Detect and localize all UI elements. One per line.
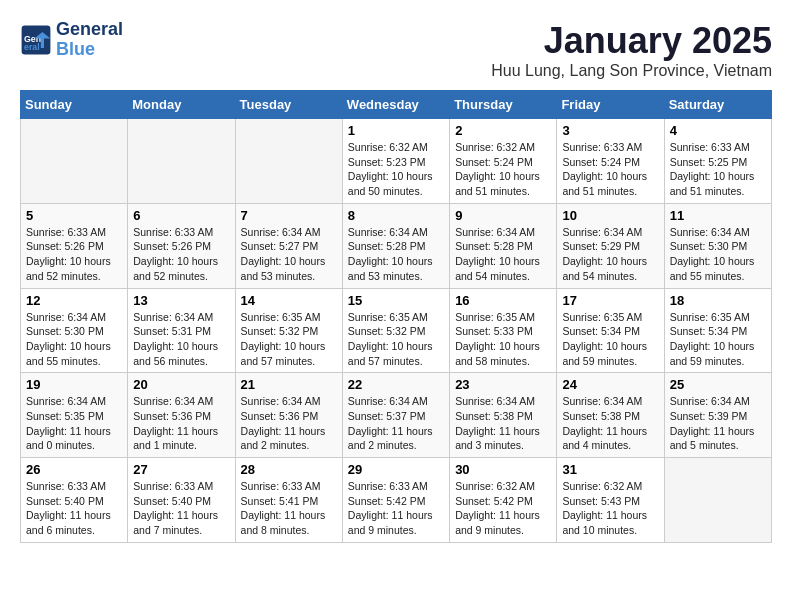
day-number: 12 [26,293,122,308]
calendar-cell: 28Sunrise: 6:33 AM Sunset: 5:41 PM Dayli… [235,458,342,543]
calendar-cell: 21Sunrise: 6:34 AM Sunset: 5:36 PM Dayli… [235,373,342,458]
calendar-cell: 12Sunrise: 6:34 AM Sunset: 5:30 PM Dayli… [21,288,128,373]
weekday-header-friday: Friday [557,91,664,119]
calendar-cell: 8Sunrise: 6:34 AM Sunset: 5:28 PM Daylig… [342,203,449,288]
day-number: 3 [562,123,658,138]
day-info: Sunrise: 6:33 AM Sunset: 5:26 PM Dayligh… [133,225,229,284]
day-number: 9 [455,208,551,223]
day-number: 7 [241,208,337,223]
day-info: Sunrise: 6:34 AM Sunset: 5:30 PM Dayligh… [26,310,122,369]
calendar-cell [664,458,771,543]
day-number: 1 [348,123,444,138]
day-number: 14 [241,293,337,308]
day-number: 20 [133,377,229,392]
calendar-cell: 19Sunrise: 6:34 AM Sunset: 5:35 PM Dayli… [21,373,128,458]
day-info: Sunrise: 6:35 AM Sunset: 5:33 PM Dayligh… [455,310,551,369]
day-number: 11 [670,208,766,223]
weekday-header-sunday: Sunday [21,91,128,119]
day-number: 27 [133,462,229,477]
day-number: 31 [562,462,658,477]
day-number: 29 [348,462,444,477]
header: Gen eral General Blue January 2025 Huu L… [20,20,772,80]
day-info: Sunrise: 6:35 AM Sunset: 5:34 PM Dayligh… [670,310,766,369]
day-number: 22 [348,377,444,392]
day-number: 4 [670,123,766,138]
calendar-cell: 31Sunrise: 6:32 AM Sunset: 5:43 PM Dayli… [557,458,664,543]
day-number: 23 [455,377,551,392]
day-info: Sunrise: 6:33 AM Sunset: 5:24 PM Dayligh… [562,140,658,199]
day-info: Sunrise: 6:34 AM Sunset: 5:38 PM Dayligh… [562,394,658,453]
calendar-cell [235,119,342,204]
calendar-week-2: 5Sunrise: 6:33 AM Sunset: 5:26 PM Daylig… [21,203,772,288]
day-info: Sunrise: 6:32 AM Sunset: 5:42 PM Dayligh… [455,479,551,538]
calendar-week-5: 26Sunrise: 6:33 AM Sunset: 5:40 PM Dayli… [21,458,772,543]
calendar-cell: 18Sunrise: 6:35 AM Sunset: 5:34 PM Dayli… [664,288,771,373]
calendar-cell: 15Sunrise: 6:35 AM Sunset: 5:32 PM Dayli… [342,288,449,373]
calendar-cell: 22Sunrise: 6:34 AM Sunset: 5:37 PM Dayli… [342,373,449,458]
logo-icon: Gen eral [20,24,52,56]
day-info: Sunrise: 6:34 AM Sunset: 5:36 PM Dayligh… [241,394,337,453]
calendar-cell [21,119,128,204]
day-info: Sunrise: 6:34 AM Sunset: 5:39 PM Dayligh… [670,394,766,453]
day-info: Sunrise: 6:32 AM Sunset: 5:24 PM Dayligh… [455,140,551,199]
day-number: 18 [670,293,766,308]
calendar-cell: 29Sunrise: 6:33 AM Sunset: 5:42 PM Dayli… [342,458,449,543]
calendar-cell: 17Sunrise: 6:35 AM Sunset: 5:34 PM Dayli… [557,288,664,373]
day-number: 30 [455,462,551,477]
calendar-cell: 27Sunrise: 6:33 AM Sunset: 5:40 PM Dayli… [128,458,235,543]
title-block: January 2025 Huu Lung, Lang Son Province… [491,20,772,80]
day-info: Sunrise: 6:34 AM Sunset: 5:37 PM Dayligh… [348,394,444,453]
day-number: 5 [26,208,122,223]
calendar-cell: 4Sunrise: 6:33 AM Sunset: 5:25 PM Daylig… [664,119,771,204]
calendar-cell: 24Sunrise: 6:34 AM Sunset: 5:38 PM Dayli… [557,373,664,458]
weekday-header-wednesday: Wednesday [342,91,449,119]
day-number: 19 [26,377,122,392]
calendar-cell: 11Sunrise: 6:34 AM Sunset: 5:30 PM Dayli… [664,203,771,288]
calendar-cell: 10Sunrise: 6:34 AM Sunset: 5:29 PM Dayli… [557,203,664,288]
day-info: Sunrise: 6:32 AM Sunset: 5:23 PM Dayligh… [348,140,444,199]
day-number: 6 [133,208,229,223]
day-number: 13 [133,293,229,308]
weekday-header-saturday: Saturday [664,91,771,119]
day-number: 2 [455,123,551,138]
calendar-cell: 13Sunrise: 6:34 AM Sunset: 5:31 PM Dayli… [128,288,235,373]
calendar-week-1: 1Sunrise: 6:32 AM Sunset: 5:23 PM Daylig… [21,119,772,204]
calendar-cell: 9Sunrise: 6:34 AM Sunset: 5:28 PM Daylig… [450,203,557,288]
day-info: Sunrise: 6:33 AM Sunset: 5:25 PM Dayligh… [670,140,766,199]
day-info: Sunrise: 6:33 AM Sunset: 5:26 PM Dayligh… [26,225,122,284]
day-info: Sunrise: 6:34 AM Sunset: 5:29 PM Dayligh… [562,225,658,284]
day-info: Sunrise: 6:34 AM Sunset: 5:28 PM Dayligh… [455,225,551,284]
day-info: Sunrise: 6:33 AM Sunset: 5:40 PM Dayligh… [26,479,122,538]
calendar-title: January 2025 [491,20,772,62]
day-number: 26 [26,462,122,477]
logo: Gen eral General Blue [20,20,123,60]
day-info: Sunrise: 6:35 AM Sunset: 5:32 PM Dayligh… [241,310,337,369]
calendar-cell: 25Sunrise: 6:34 AM Sunset: 5:39 PM Dayli… [664,373,771,458]
day-number: 16 [455,293,551,308]
day-number: 24 [562,377,658,392]
day-info: Sunrise: 6:34 AM Sunset: 5:31 PM Dayligh… [133,310,229,369]
logo-line1: General [56,20,123,40]
day-info: Sunrise: 6:34 AM Sunset: 5:36 PM Dayligh… [133,394,229,453]
logo-line2: Blue [56,40,123,60]
calendar-cell: 20Sunrise: 6:34 AM Sunset: 5:36 PM Dayli… [128,373,235,458]
day-info: Sunrise: 6:34 AM Sunset: 5:38 PM Dayligh… [455,394,551,453]
calendar-subtitle: Huu Lung, Lang Son Province, Vietnam [491,62,772,80]
day-number: 21 [241,377,337,392]
day-info: Sunrise: 6:35 AM Sunset: 5:34 PM Dayligh… [562,310,658,369]
calendar-cell: 3Sunrise: 6:33 AM Sunset: 5:24 PM Daylig… [557,119,664,204]
calendar-cell: 16Sunrise: 6:35 AM Sunset: 5:33 PM Dayli… [450,288,557,373]
day-number: 28 [241,462,337,477]
calendar-cell: 23Sunrise: 6:34 AM Sunset: 5:38 PM Dayli… [450,373,557,458]
day-info: Sunrise: 6:34 AM Sunset: 5:28 PM Dayligh… [348,225,444,284]
weekday-header-monday: Monday [128,91,235,119]
weekday-header-tuesday: Tuesday [235,91,342,119]
calendar-cell: 14Sunrise: 6:35 AM Sunset: 5:32 PM Dayli… [235,288,342,373]
calendar-cell: 30Sunrise: 6:32 AM Sunset: 5:42 PM Dayli… [450,458,557,543]
calendar-week-3: 12Sunrise: 6:34 AM Sunset: 5:30 PM Dayli… [21,288,772,373]
day-number: 8 [348,208,444,223]
calendar-week-4: 19Sunrise: 6:34 AM Sunset: 5:35 PM Dayli… [21,373,772,458]
calendar-table: SundayMondayTuesdayWednesdayThursdayFrid… [20,90,772,543]
day-info: Sunrise: 6:34 AM Sunset: 5:35 PM Dayligh… [26,394,122,453]
day-info: Sunrise: 6:33 AM Sunset: 5:42 PM Dayligh… [348,479,444,538]
